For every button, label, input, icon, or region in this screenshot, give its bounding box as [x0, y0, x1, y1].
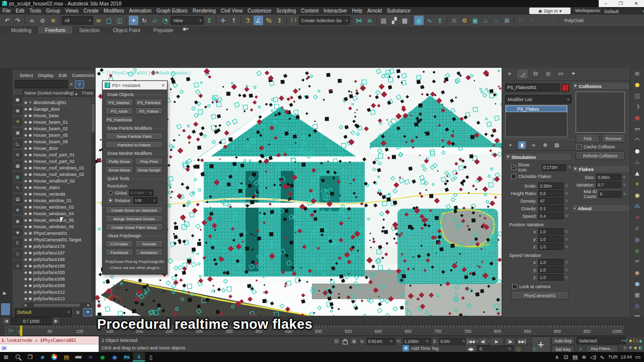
sign-in-button[interactable]: ◉ Sign In▾ [529, 8, 571, 14]
unlink-icon[interactable]: ⊘ [38, 16, 47, 25]
pin-stack-icon[interactable]: ⌖ [507, 141, 514, 149]
explorer-horizontal-scrollbar[interactable]: ◀▶ [23, 303, 91, 308]
quick-tool-button[interactable]: Create Snow on Selected [105, 207, 163, 214]
mini-icon-6[interactable]: ⋔ [628, 344, 633, 351]
visibility-eye-icon[interactable]: ◉ [24, 120, 27, 124]
clear-search-icon[interactable]: ✕ [69, 82, 73, 87]
visibility-eye-icon[interactable]: ◉ [24, 218, 27, 222]
explorer-row[interactable]: ◉●House_windows_04 [23, 211, 91, 217]
spinner-icon[interactable]: ⇅ [565, 260, 569, 264]
explorer-row[interactable]: ◉●House_roof_part_01 [23, 152, 91, 158]
dialog-close-icon[interactable]: ✕ [161, 83, 165, 88]
spinner-icon[interactable]: ⇅ [565, 184, 569, 188]
teapot-icon[interactable]: ♨ [632, 157, 642, 167]
visibility-eye-icon[interactable]: ◉ [24, 199, 27, 203]
explorer-row[interactable]: ◉●polySurface197 [23, 250, 91, 256]
select-by-name-icon[interactable]: ≡ [94, 16, 103, 25]
menu-customize[interactable]: Customize [245, 8, 274, 14]
moon-icon[interactable]: ☽ [632, 102, 642, 112]
camera-light-icon[interactable]: ◫ [632, 90, 642, 101]
show-icon-size-field[interactable]: 0.173m [542, 164, 567, 171]
display-tab-icon[interactable]: ▭ [556, 70, 565, 77]
display-materials-icon[interactable]: ▤ [14, 195, 22, 203]
mesher-modifier-button[interactable]: Poly Print [135, 158, 163, 165]
use-center-icon[interactable]: ⇕ [204, 16, 214, 25]
visibility-eye-icon[interactable]: ◉ [24, 212, 27, 216]
filter-funnel-icon[interactable]: ▽ [14, 250, 22, 258]
explorer-row[interactable]: ◉●polySurface179 [23, 243, 91, 250]
visibility-eye-icon[interactable]: ◉ [24, 277, 27, 281]
show-end-result-icon[interactable]: ▮ [518, 141, 526, 149]
about-rollout-header[interactable]: ▸About [572, 204, 630, 212]
mesher-modifier-button[interactable]: Snow Noise [105, 166, 133, 173]
select-manipulate-icon[interactable]: ✛ [218, 16, 228, 25]
selection-lock-toggle[interactable] [343, 340, 348, 344]
explorer-row[interactable]: ◉●polySurface212 [23, 289, 91, 296]
explorer-row[interactable]: ◉☀directionalLight1 [23, 100, 91, 106]
transform-typein-icon[interactable]: ⊕ [350, 337, 358, 345]
align-icon[interactable]: ≡ [365, 16, 374, 25]
explorer-menu-customize[interactable]: Customize [70, 72, 97, 78]
create-selection-set-dropdown[interactable]: Create Selection Se▾ [299, 16, 350, 25]
relative-resolution-field[interactable]: 128⇅ [133, 197, 157, 204]
reference-coordinate-dropdown[interactable]: View▾ [171, 16, 204, 25]
key-selection-dropdown[interactable]: Selected▾ [577, 337, 626, 344]
global-radio[interactable] [108, 191, 113, 195]
menu-create[interactable]: Create [81, 8, 101, 14]
visibility-eye-icon[interactable]: ◉ [24, 257, 27, 261]
rock-icon[interactable]: ◍ [632, 234, 642, 244]
go-to-end-button[interactable]: ▶▶| [517, 337, 528, 345]
heightfield-icon[interactable]: HF [632, 256, 642, 266]
explorer-menu-display[interactable]: Display [36, 72, 55, 78]
modifier-stack-entry[interactable]: PS_Flakes [506, 106, 567, 112]
render-production-icon[interactable]: ♨ [481, 16, 491, 25]
menu-scripting[interactable]: Scripting [274, 8, 298, 14]
angle-snap-icon[interactable]: ∠ [254, 16, 263, 25]
scene-explorer-icon[interactable]: ▞ [389, 16, 399, 25]
clickable-flakes-checkbox[interactable] [511, 174, 516, 179]
explorer-row[interactable]: ◉●House_beam_06 [23, 139, 91, 145]
file-explorer-icon[interactable]: ▤ [60, 352, 72, 361]
spinner-icon[interactable]: ⇅ [565, 192, 569, 196]
menu-substance[interactable]: Substance [384, 8, 413, 14]
explorer-column-header[interactable]: Name (Sorted Ascending) ▲ Froze [23, 89, 95, 97]
visibility-eye-icon[interactable]: ◉ [24, 264, 27, 268]
relative-radio[interactable] [108, 198, 113, 203]
menu-rendering[interactable]: Rendering [190, 8, 218, 14]
selection-set-dropdown[interactable]: Default▾ [15, 308, 72, 317]
explorer-row[interactable]: ◉▣PhysCamera001.Target [23, 237, 91, 243]
explorer-mode-button[interactable]: ≣ [73, 308, 82, 316]
named-selection-icon[interactable]: { } [289, 16, 298, 25]
spinner-icon[interactable]: ⇅ [565, 237, 569, 241]
auto-key-button[interactable]: Auto Key [551, 337, 575, 344]
mountain-icon[interactable]: ▲ [632, 168, 642, 178]
explorer-row[interactable]: ◉●House_veranda [23, 191, 91, 198]
menu-edit[interactable]: Edit [13, 8, 27, 14]
particle-modifier-button[interactable]: Snow Particle Paint [105, 133, 163, 140]
olive-sphere-icon[interactable]: ● [632, 190, 642, 200]
mini-icon-4[interactable]: ◆ [638, 338, 643, 344]
visibility-eye-icon[interactable]: ◉ [24, 290, 27, 294]
schematic-view-icon[interactable]: ∿ [425, 16, 434, 25]
hierarchy-tab-icon[interactable]: ⊟ [531, 70, 540, 77]
motion-tab-icon[interactable]: ◎ [544, 70, 552, 77]
search-icon[interactable] [12, 352, 24, 361]
filter-f-icon[interactable]: F [14, 239, 22, 247]
position-variation-field[interactable]: 1.0 [538, 243, 564, 250]
key-icon[interactable]: ○ [515, 346, 522, 352]
spotify-icon[interactable]: ◉ [97, 352, 109, 361]
modify-tab-icon[interactable]: ◿ [518, 70, 527, 78]
visibility-eye-icon[interactable]: ◉ [24, 251, 27, 255]
rendered-frame-icon[interactable]: ▣ [470, 16, 480, 25]
visibility-eye-icon[interactable]: ◉ [24, 172, 27, 176]
maxscript-listener-line2[interactable]: OK [0, 344, 99, 352]
ribbon-tab-freeform[interactable]: Freeform [39, 27, 72, 34]
prev-key-button[interactable]: ◀| [477, 337, 489, 345]
speed-variation-field[interactable]: 1.0 [538, 259, 564, 265]
prev-frame-button[interactable]: ◀ [3, 317, 10, 325]
modifier-stack[interactable]: PS_Flakes [505, 105, 568, 137]
x-coordinate-field[interactable]: 0.914m⇅ [367, 338, 395, 345]
bind-spacewarp-icon[interactable]: ≋ [48, 16, 58, 25]
flakes-rollout-header[interactable]: ▼Flakes [572, 165, 630, 173]
snow-object-button[interactable]: PS_Mesher [105, 99, 133, 106]
